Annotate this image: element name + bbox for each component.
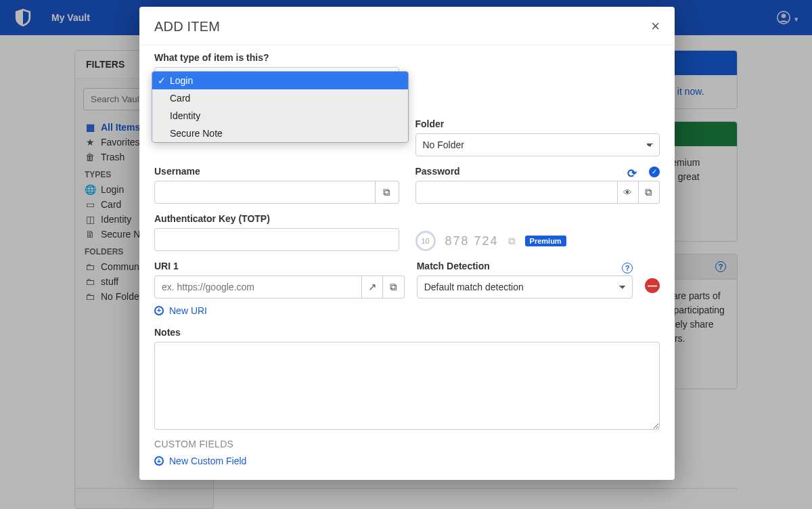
modal-title: ADD ITEM [154, 19, 220, 35]
totp-display: 10 878 724 Premium [415, 231, 660, 251]
plus-circle-icon: + [154, 456, 164, 466]
modal-close-button[interactable]: × [651, 18, 660, 35]
copy-uri-button[interactable] [383, 275, 404, 298]
type-label: What type of item is this? [154, 52, 399, 63]
type-option-secure-note[interactable]: Secure Note [152, 125, 408, 142]
totp-input[interactable] [154, 228, 399, 251]
type-option-card[interactable]: Card [152, 89, 408, 107]
totp-code: 878 724 [445, 234, 499, 248]
custom-fields-heading: CUSTOM FIELDS [154, 439, 660, 449]
totp-label: Authenticator Key (TOTP) [154, 213, 399, 224]
totp-timer-icon: 10 [415, 231, 436, 251]
uri1-label: URI 1 [154, 261, 405, 271]
type-option-identity[interactable]: Identity [152, 107, 408, 125]
toggle-password-visibility-button[interactable] [618, 181, 639, 204]
username-input[interactable] [154, 181, 376, 204]
copy-password-button[interactable] [639, 181, 660, 204]
folder-select[interactable]: No Folder [415, 133, 660, 156]
add-item-modal: ADD ITEM × What type of item is this? Lo… [139, 7, 675, 480]
generate-password-icon[interactable] [627, 167, 637, 181]
new-uri-button[interactable]: + New URI [154, 305, 207, 316]
type-option-login[interactable]: Login [152, 72, 408, 89]
notes-label: Notes [154, 327, 660, 338]
username-label: Username [154, 166, 399, 177]
password-input[interactable] [415, 181, 618, 204]
new-custom-field-button[interactable]: + New Custom Field [154, 456, 246, 466]
notes-textarea[interactable] [154, 342, 660, 430]
uri1-input[interactable] [154, 275, 362, 298]
type-dropdown-listbox: Login Card Identity Secure Note [152, 71, 409, 143]
match-detection-select[interactable]: Default match detection [417, 275, 633, 298]
check-password-icon[interactable] [649, 167, 660, 177]
folder-label: Folder [415, 118, 660, 129]
password-label: Password [415, 166, 460, 177]
copy-username-button[interactable] [376, 181, 399, 204]
help-icon[interactable]: ? [622, 263, 633, 273]
premium-badge: Premium [525, 236, 566, 246]
match-detection-label: Match Detection [417, 261, 490, 271]
remove-uri-button[interactable]: ― [645, 278, 660, 293]
launch-uri-button[interactable] [362, 275, 383, 298]
plus-circle-icon: + [154, 306, 164, 315]
copy-totp-button[interactable] [508, 235, 516, 247]
